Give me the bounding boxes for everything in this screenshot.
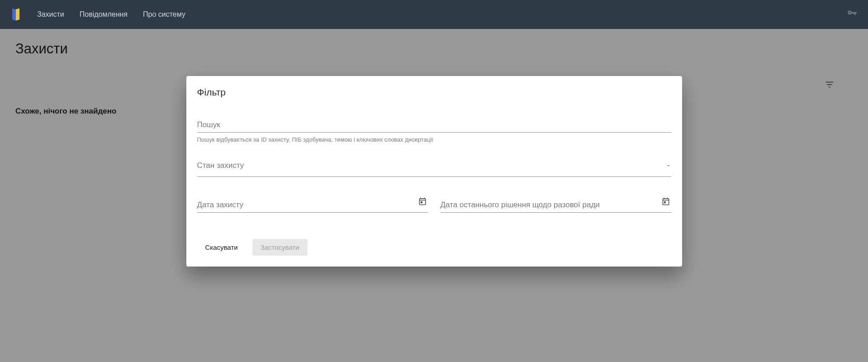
search-field: [197, 119, 671, 133]
nav-link-about[interactable]: Про систему: [143, 10, 185, 19]
defense-date-label: Дата захисту: [197, 200, 428, 212]
apply-button: Застосувати: [252, 239, 308, 256]
status-select[interactable]: Стан захисту: [197, 159, 671, 173]
nav-link-defenses[interactable]: Захисти: [37, 10, 64, 19]
app-logo: [10, 5, 22, 24]
calendar-icon: [418, 197, 427, 208]
dialog-actions: Скасувати Застосувати: [197, 239, 671, 256]
svg-marker-3: [16, 8, 19, 20]
key-icon[interactable]: [846, 8, 858, 21]
filter-dialog: Фільтр Пошук відбувається за ID захисту,…: [186, 76, 682, 267]
search-input[interactable]: [197, 119, 671, 132]
defense-date-field[interactable]: Дата захисту: [197, 200, 428, 213]
nav-links: Захисти Повідомлення Про систему: [37, 10, 185, 19]
decision-date-field[interactable]: Дата останнього рішення щодо разової рад…: [441, 200, 671, 213]
chevron-down-icon: [666, 162, 671, 170]
cancel-button[interactable]: Скасувати: [197, 239, 246, 256]
status-select-label: Стан захисту: [197, 159, 662, 173]
calendar-icon: [661, 197, 670, 208]
dialog-title: Фільтр: [197, 87, 671, 98]
divider: [197, 212, 428, 213]
svg-marker-0: [12, 8, 16, 20]
divider: [197, 176, 671, 177]
divider: [441, 212, 671, 213]
top-nav: Захисти Повідомлення Про систему: [0, 0, 868, 29]
nav-link-notifications[interactable]: Повідомлення: [80, 10, 128, 19]
divider: [197, 132, 671, 133]
search-hint: Пошук відбувається за ID захисту, ПІБ зд…: [197, 136, 671, 143]
decision-date-label: Дата останнього рішення щодо разової рад…: [441, 200, 671, 212]
